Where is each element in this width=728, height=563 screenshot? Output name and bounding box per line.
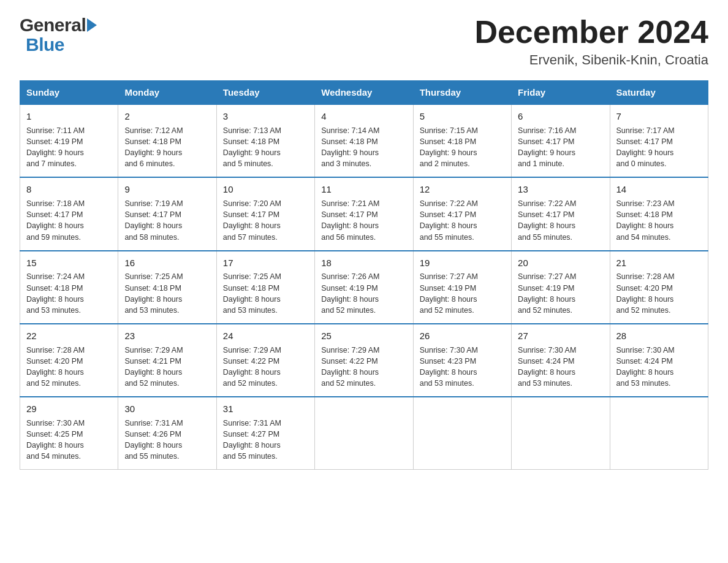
day-number: 15 [26,256,112,270]
weekday-header-friday: Friday [512,81,610,105]
day-number: 18 [321,256,406,270]
calendar-cell: 24Sunrise: 7:29 AMSunset: 4:22 PMDayligh… [216,324,314,397]
page-header: General Blue December 2024 Ervenik, Sibe… [20,15,708,68]
calendar-table: SundayMondayTuesdayWednesdayThursdayFrid… [20,80,708,470]
calendar-cell: 12Sunrise: 7:22 AMSunset: 4:17 PMDayligh… [413,177,511,250]
day-info: Sunrise: 7:30 AMSunset: 4:23 PMDaylight:… [420,345,505,389]
calendar-cell: 13Sunrise: 7:22 AMSunset: 4:17 PMDayligh… [512,177,610,250]
weekday-header-tuesday: Tuesday [216,81,314,105]
day-info: Sunrise: 7:24 AMSunset: 4:18 PMDaylight:… [26,271,112,316]
day-number: 7 [616,110,702,123]
day-number: 13 [518,183,603,196]
calendar-cell: 17Sunrise: 7:25 AMSunset: 4:18 PMDayligh… [216,251,314,324]
weekday-header-saturday: Saturday [610,81,708,105]
calendar-cell: 19Sunrise: 7:27 AMSunset: 4:19 PMDayligh… [413,251,511,324]
weekday-header-wednesday: Wednesday [315,81,413,105]
day-info: Sunrise: 7:11 AMSunset: 4:19 PMDaylight:… [26,125,112,170]
day-info: Sunrise: 7:17 AMSunset: 4:17 PMDaylight:… [616,125,702,170]
day-number: 3 [223,110,308,123]
calendar-cell: 14Sunrise: 7:23 AMSunset: 4:18 PMDayligh… [610,177,708,250]
day-info: Sunrise: 7:23 AMSunset: 4:18 PMDaylight:… [616,198,702,243]
day-info: Sunrise: 7:12 AMSunset: 4:18 PMDaylight:… [124,125,210,170]
day-info: Sunrise: 7:26 AMSunset: 4:19 PMDaylight:… [321,271,406,316]
title-block: December 2024 Ervenik, Sibenik-Knin, Cro… [474,15,708,68]
day-info: Sunrise: 7:21 AMSunset: 4:17 PMDaylight:… [321,198,406,243]
day-info: Sunrise: 7:28 AMSunset: 4:20 PMDaylight:… [616,271,702,316]
calendar-cell: 23Sunrise: 7:29 AMSunset: 4:21 PMDayligh… [118,324,216,397]
weekday-header-thursday: Thursday [413,81,511,105]
calendar-cell [610,397,708,470]
day-number: 12 [420,183,505,196]
day-info: Sunrise: 7:30 AMSunset: 4:24 PMDaylight:… [616,345,702,389]
calendar-location: Ervenik, Sibenik-Knin, Croatia [474,52,708,68]
day-number: 9 [124,183,210,196]
day-number: 8 [26,183,112,196]
day-info: Sunrise: 7:14 AMSunset: 4:18 PMDaylight:… [321,125,406,170]
calendar-cell: 31Sunrise: 7:31 AMSunset: 4:27 PMDayligh… [216,397,314,470]
calendar-cell: 9Sunrise: 7:19 AMSunset: 4:17 PMDaylight… [118,177,216,250]
day-number: 11 [321,183,406,196]
day-info: Sunrise: 7:30 AMSunset: 4:25 PMDaylight:… [26,418,112,462]
day-number: 27 [518,329,603,343]
day-info: Sunrise: 7:29 AMSunset: 4:21 PMDaylight:… [124,345,210,389]
calendar-cell: 10Sunrise: 7:20 AMSunset: 4:17 PMDayligh… [216,177,314,250]
day-info: Sunrise: 7:16 AMSunset: 4:17 PMDaylight:… [518,125,603,170]
day-number: 20 [518,256,603,270]
calendar-cell: 29Sunrise: 7:30 AMSunset: 4:25 PMDayligh… [20,397,118,470]
day-number: 6 [518,110,603,123]
day-info: Sunrise: 7:27 AMSunset: 4:19 PMDaylight:… [518,271,603,316]
day-info: Sunrise: 7:31 AMSunset: 4:27 PMDaylight:… [223,418,308,462]
calendar-cell: 21Sunrise: 7:28 AMSunset: 4:20 PMDayligh… [610,251,708,324]
day-number: 1 [26,110,112,123]
calendar-cell: 27Sunrise: 7:30 AMSunset: 4:24 PMDayligh… [512,324,610,397]
calendar-cell: 15Sunrise: 7:24 AMSunset: 4:18 PMDayligh… [20,251,118,324]
calendar-week-row-1: 1Sunrise: 7:11 AMSunset: 4:19 PMDaylight… [20,104,708,177]
weekday-header-monday: Monday [118,81,216,105]
day-info: Sunrise: 7:20 AMSunset: 4:17 PMDaylight:… [223,198,308,243]
weekday-header-sunday: Sunday [20,81,118,105]
calendar-title: December 2024 [474,15,708,50]
calendar-cell: 25Sunrise: 7:29 AMSunset: 4:22 PMDayligh… [315,324,413,397]
day-number: 24 [223,329,308,343]
day-info: Sunrise: 7:29 AMSunset: 4:22 PMDaylight:… [321,345,406,389]
calendar-cell: 1Sunrise: 7:11 AMSunset: 4:19 PMDaylight… [20,104,118,177]
logo-chevron-icon [87,18,97,32]
day-number: 5 [420,110,505,123]
calendar-week-row-2: 8Sunrise: 7:18 AMSunset: 4:17 PMDaylight… [20,177,708,250]
calendar-cell: 3Sunrise: 7:13 AMSunset: 4:18 PMDaylight… [216,104,314,177]
calendar-cell [512,397,610,470]
day-info: Sunrise: 7:28 AMSunset: 4:20 PMDaylight:… [26,345,112,389]
day-number: 17 [223,256,308,270]
calendar-cell [413,397,511,470]
day-number: 10 [223,183,308,196]
day-number: 22 [26,329,112,343]
day-info: Sunrise: 7:19 AMSunset: 4:17 PMDaylight:… [124,198,210,243]
calendar-week-row-4: 22Sunrise: 7:28 AMSunset: 4:20 PMDayligh… [20,324,708,397]
day-number: 23 [124,329,210,343]
calendar-cell: 6Sunrise: 7:16 AMSunset: 4:17 PMDaylight… [512,104,610,177]
day-info: Sunrise: 7:27 AMSunset: 4:19 PMDaylight:… [420,271,505,316]
day-number: 26 [420,329,505,343]
day-info: Sunrise: 7:31 AMSunset: 4:26 PMDaylight:… [124,418,210,462]
logo: General Blue [20,15,97,55]
day-number: 30 [124,402,210,416]
day-info: Sunrise: 7:15 AMSunset: 4:18 PMDaylight:… [420,125,505,170]
calendar-cell: 28Sunrise: 7:30 AMSunset: 4:24 PMDayligh… [610,324,708,397]
weekday-header-row: SundayMondayTuesdayWednesdayThursdayFrid… [20,81,708,105]
calendar-cell [315,397,413,470]
calendar-cell: 30Sunrise: 7:31 AMSunset: 4:26 PMDayligh… [118,397,216,470]
calendar-week-row-3: 15Sunrise: 7:24 AMSunset: 4:18 PMDayligh… [20,251,708,324]
day-info: Sunrise: 7:30 AMSunset: 4:24 PMDaylight:… [518,345,603,389]
day-info: Sunrise: 7:18 AMSunset: 4:17 PMDaylight:… [26,198,112,243]
logo-general-text: General [20,15,86,36]
day-number: 28 [616,329,702,343]
day-info: Sunrise: 7:29 AMSunset: 4:22 PMDaylight:… [223,345,308,389]
day-info: Sunrise: 7:22 AMSunset: 4:17 PMDaylight:… [420,198,505,243]
day-number: 31 [223,402,308,416]
calendar-cell: 2Sunrise: 7:12 AMSunset: 4:18 PMDaylight… [118,104,216,177]
calendar-cell: 7Sunrise: 7:17 AMSunset: 4:17 PMDaylight… [610,104,708,177]
calendar-cell: 4Sunrise: 7:14 AMSunset: 4:18 PMDaylight… [315,104,413,177]
calendar-cell: 18Sunrise: 7:26 AMSunset: 4:19 PMDayligh… [315,251,413,324]
day-number: 16 [124,256,210,270]
day-info: Sunrise: 7:13 AMSunset: 4:18 PMDaylight:… [223,125,308,170]
